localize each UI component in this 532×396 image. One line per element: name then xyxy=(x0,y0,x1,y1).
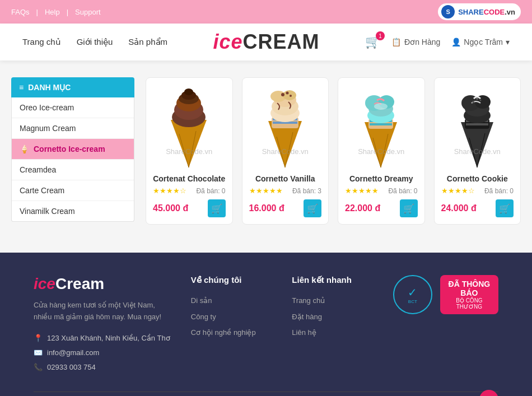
site-logo: iceCREAM xyxy=(213,30,320,54)
cart-badge: 1 xyxy=(376,31,385,40)
product-meta-2: ★★★★★ Đã bán: 0 xyxy=(345,187,418,195)
verified-badge: ✓ BCT xyxy=(393,275,432,314)
thong-bao-sub: BỘ CÔNG THƯƠNG xyxy=(448,297,491,310)
sharecode-badge: S SHARECODE.vn xyxy=(438,3,521,20)
location-icon: 📍 xyxy=(34,331,43,346)
stars-2: ★★★★★ xyxy=(345,187,379,195)
footer-col-about: Về chúng tôi Di sản Công ty Cơ hội nghề … xyxy=(191,275,276,375)
phone-icon: 📞 xyxy=(34,360,43,375)
footer-link-company[interactable]: Công ty xyxy=(191,309,276,325)
svg-point-46 xyxy=(479,99,481,101)
footer-col2-title: Về chúng tôi xyxy=(191,275,276,285)
order-label: Đơn Hàng xyxy=(404,38,440,46)
logo-ice: ice xyxy=(213,30,243,53)
sidebar-item-magnum[interactable]: Magnum Cream xyxy=(12,118,134,139)
footer-link-career[interactable]: Cơ hội nghề nghiệp xyxy=(191,325,276,341)
verified-check-text: BCT xyxy=(408,299,417,304)
sidebar-item-label: Oreo Ice-cream xyxy=(20,103,74,112)
nav-products[interactable]: Sản phẩm xyxy=(128,37,167,47)
phone-text: 02933 003 754 xyxy=(47,360,96,375)
footer-desc: Cửa hàng kem tươi số một Việt Nam, nhiều… xyxy=(34,300,174,323)
product-name-1: Cornetto Vanilla xyxy=(249,174,322,183)
product-name-0: Cortenat Chocolate xyxy=(153,174,226,183)
add-cart-button-1[interactable]: 🛒 xyxy=(304,199,321,217)
footer-link-home[interactable]: Trang chủ xyxy=(292,293,376,309)
svg-point-22 xyxy=(290,95,292,97)
footer-phone: 📞 02933 003 754 xyxy=(34,360,174,375)
svg-point-45 xyxy=(472,101,474,103)
footer-link-heritage[interactable]: Di sản xyxy=(191,293,276,309)
svg-point-21 xyxy=(286,91,288,94)
header-right: 🛒 1 📋 Đơn Hàng 👤 Ngọc Trâm ▾ xyxy=(365,35,510,49)
footer-col-verified: ✓ BCT ĐÃ THÔNG BÁO BỘ CÔNG THƯƠNG xyxy=(393,275,498,375)
svg-marker-23 xyxy=(365,122,397,167)
price-3: 24.000 đ xyxy=(441,203,477,213)
footer-col-links: Liên kết nhanh Trang chủ Đặt hàng Liên h… xyxy=(292,275,376,375)
product-meta-0: ★★★★☆ Đã bán: 0 xyxy=(153,187,226,195)
logo-cream: CREAM xyxy=(243,30,320,53)
footer-address: 📍 123 Xuân Khánh, Ninh Kiều, Cần Thơ xyxy=(34,331,174,346)
order-icon: 📋 xyxy=(391,38,401,46)
main-content: ≡ DANH MỤC Oreo Ice-cream Magnum Cream 🍦… xyxy=(0,60,532,241)
sidebar-item-carte[interactable]: Carte Cream xyxy=(12,180,134,201)
svg-point-19 xyxy=(283,90,296,100)
sharecode-text: SHARECODE.vn xyxy=(458,8,515,16)
sidebar-item-label: Cornetto Ice-cream xyxy=(34,145,105,153)
add-cart-button-3[interactable]: 🛒 xyxy=(496,199,514,217)
footer-email: ✉️ info@gmail.com xyxy=(34,346,174,360)
product-meta-3: ★★★★☆ Đã bán: 0 xyxy=(441,187,514,195)
top-bar: FAQs | Help | Support S SHARECODE.vn xyxy=(0,0,532,24)
stars-0: ★★★★☆ xyxy=(153,187,186,195)
sidebar-item-vinamilk[interactable]: Vinamilk Cream xyxy=(12,201,134,221)
address-text: 123 Xuân Khánh, Ninh Kiều, Cần Thơ xyxy=(47,331,170,346)
top-bar-links: FAQs | Help | Support xyxy=(11,8,101,16)
nav-home[interactable]: Trang chủ xyxy=(22,37,61,47)
sidebar-item-creamdea[interactable]: Creamdea xyxy=(12,160,134,180)
check-icon: ✓ xyxy=(408,286,417,299)
footer: iceCream Cửa hàng kem tươi số một Việt N… xyxy=(0,253,532,396)
help-link[interactable]: Help xyxy=(45,8,60,16)
sidebar-item-label: Creamdea xyxy=(20,165,56,174)
user-menu-button[interactable]: 👤 Ngọc Trâm ▾ xyxy=(451,38,510,46)
svg-point-34 xyxy=(374,103,388,110)
footer-link-contact[interactable]: Liên hệ xyxy=(292,325,376,341)
scroll-top-button[interactable]: ↑ xyxy=(479,390,498,396)
main-nav: Trang chủ Giới thiệu Sản phẩm xyxy=(22,37,167,47)
sidebar-menu: Oreo Ice-cream Magnum Cream 🍦 Cornetto I… xyxy=(11,97,134,222)
header: Trang chủ Giới thiệu Sản phẩm iceCREAM 🛒… xyxy=(0,24,532,60)
support-link[interactable]: Support xyxy=(75,8,101,16)
sold-2: Đã bán: 0 xyxy=(388,187,417,195)
active-dot-icon: 🍦 xyxy=(20,145,29,153)
faqs-link[interactable]: FAQs xyxy=(11,8,30,16)
svg-rect-29 xyxy=(370,123,392,125)
product-card-3: ShareCode.vn Cornetto Cookie ★★★★☆ Đã bá… xyxy=(434,77,521,225)
nav-about[interactable]: Giới thiệu xyxy=(77,37,113,47)
sold-1: Đã bán: 3 xyxy=(292,187,321,195)
thong-bao-box: ĐÃ THÔNG BÁO BỘ CÔNG THƯƠNG xyxy=(440,275,498,314)
order-link[interactable]: 📋 Đơn Hàng xyxy=(391,38,440,46)
price-0: 45.000 đ xyxy=(153,203,188,213)
user-name: Ngọc Trâm xyxy=(464,38,503,46)
add-cart-button-2[interactable]: 🛒 xyxy=(400,199,418,217)
svg-rect-40 xyxy=(466,123,488,125)
add-cart-button-0[interactable]: 🛒 xyxy=(208,199,226,217)
product-image-2 xyxy=(345,85,418,169)
sidebar-item-oreo[interactable]: Oreo Ice-cream xyxy=(12,97,134,118)
sidebar-item-label: Carte Cream xyxy=(20,186,64,195)
sidebar-item-label: Vinamilk Cream xyxy=(20,207,75,216)
stars-1: ★★★★★ xyxy=(249,187,283,195)
product-footer-3: 24.000 đ 🛒 xyxy=(441,199,514,217)
footer-logo-cream: Cream xyxy=(55,275,104,292)
product-image-3 xyxy=(441,85,514,169)
sep1: | xyxy=(36,8,38,16)
sold-3: Đã bán: 0 xyxy=(484,187,514,195)
product-image-1 xyxy=(249,85,322,169)
cart-button[interactable]: 🛒 1 xyxy=(365,35,380,49)
footer-link-order[interactable]: Đặt hàng xyxy=(292,309,376,325)
email-icon: ✉️ xyxy=(34,346,43,360)
sidebar-item-cornetto[interactable]: 🍦 Cornetto Ice-cream xyxy=(12,139,134,160)
svg-point-47 xyxy=(476,97,478,100)
footer-top: iceCream Cửa hàng kem tươi số một Việt N… xyxy=(34,275,498,375)
product-card-0: ShareCode.vn Cortenat Chocolate ★★★★☆ Đã… xyxy=(146,77,233,225)
svg-point-8 xyxy=(184,88,193,95)
